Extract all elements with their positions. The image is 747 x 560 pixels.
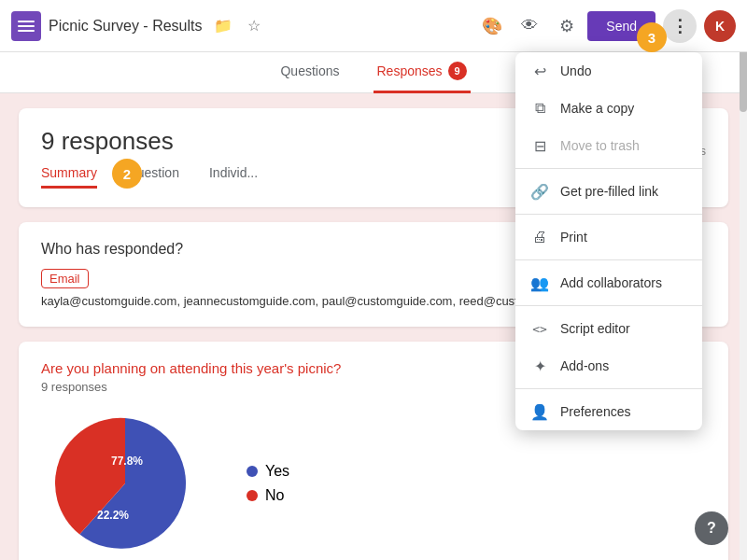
email-label: Email xyxy=(41,269,89,288)
menu-divider-4 xyxy=(515,305,702,306)
legend-no-dot xyxy=(247,490,258,501)
app-icon xyxy=(11,11,41,41)
app-icon-line2 xyxy=(18,25,35,27)
star-icon[interactable]: ☆ xyxy=(244,13,264,38)
legend-no-label: No xyxy=(265,487,284,504)
menu-divider-5 xyxy=(515,388,702,389)
menu-label-prefill: Get pre-filled link xyxy=(560,184,658,199)
settings-icon-btn[interactable]: ⚙ xyxy=(550,9,584,43)
section-tab-individual[interactable]: Individ... xyxy=(209,165,258,189)
pie-container: 77.8% 22.2% Yes No xyxy=(41,409,706,558)
menu-item-script[interactable]: <> Script editor xyxy=(515,310,702,347)
menu-label-script: Script editor xyxy=(560,321,630,336)
more-button[interactable]: ⋮ xyxy=(663,9,697,43)
header-icons: 🎨 👁 ⚙ Send ⋮ K xyxy=(475,9,736,43)
section-tab-summary[interactable]: Summary xyxy=(41,165,97,189)
doc-title: Picnic Survey - Results xyxy=(49,18,203,35)
trash-icon: ⊟ xyxy=(530,136,549,155)
header-left: Picnic Survey - Results 📁 ☆ xyxy=(11,11,475,41)
folder-icon[interactable]: 📁 xyxy=(210,13,236,38)
menu-item-addons[interactable]: ✦ Add-ons xyxy=(515,347,702,385)
collaborators-icon: 👥 xyxy=(530,273,549,292)
addons-icon: ✦ xyxy=(530,357,549,375)
badge-3: 3 xyxy=(637,22,667,52)
legend-yes-dot xyxy=(247,466,258,477)
help-button[interactable]: ? xyxy=(695,511,728,545)
menu-label-undo: Undo xyxy=(560,63,591,78)
menu-item-copy[interactable]: ⧉ Make a copy xyxy=(515,90,702,127)
menu-item-prefill[interactable]: 🔗 Get pre-filled link xyxy=(515,173,702,210)
pie-legend: Yes No xyxy=(247,463,289,504)
undo-icon: ↩ xyxy=(530,62,549,80)
scrollbar[interactable] xyxy=(740,0,747,560)
menu-divider-2 xyxy=(515,214,702,215)
responses-badge: 9 xyxy=(448,62,467,80)
dropdown-menu: ↩ Undo ⧉ Make a copy ⊟ Move to trash 🔗 G… xyxy=(515,52,702,430)
menu-label-print: Print xyxy=(560,230,587,245)
script-icon: <> xyxy=(530,319,549,338)
menu-item-collaborators[interactable]: 👥 Add collaborators xyxy=(515,264,702,301)
pie-chart-svg: 77.8% 22.2% xyxy=(41,409,209,558)
print-icon: 🖨 xyxy=(530,228,549,246)
menu-divider-3 xyxy=(515,259,702,260)
menu-item-preferences[interactable]: 👤 Preferences xyxy=(515,393,702,430)
preferences-icon: 👤 xyxy=(530,402,549,421)
palette-icon-btn[interactable]: 🎨 xyxy=(475,9,509,43)
badge-2: 2 xyxy=(112,159,142,189)
menu-label-trash: Move to trash xyxy=(560,138,640,153)
menu-label-copy: Make a copy xyxy=(560,101,634,116)
app-icon-line1 xyxy=(18,21,35,22)
menu-item-undo[interactable]: ↩ Undo xyxy=(515,52,702,90)
menu-item-print[interactable]: 🖨 Print xyxy=(515,218,702,256)
app-icon-line3 xyxy=(18,30,35,32)
pie-label-no: 22.2% xyxy=(97,509,129,522)
copy-icon: ⧉ xyxy=(530,99,549,118)
header: Picnic Survey - Results 📁 ☆ 🎨 👁 ⚙ Send ⋮… xyxy=(0,0,747,52)
menu-divider-1 xyxy=(515,168,702,169)
menu-label-preferences: Preferences xyxy=(560,404,630,419)
tab-responses[interactable]: Responses 9 xyxy=(374,52,471,93)
menu-label-addons: Add-ons xyxy=(560,358,609,373)
menu-item-trash: ⊟ Move to trash xyxy=(515,127,702,164)
avatar: K xyxy=(704,10,736,42)
preview-icon-btn[interactable]: 👁 xyxy=(513,9,546,43)
legend-yes-label: Yes xyxy=(265,463,289,480)
link-icon: 🔗 xyxy=(530,182,549,201)
pie-label-yes: 77.8% xyxy=(111,455,143,468)
menu-label-collaborators: Add collaborators xyxy=(560,275,662,290)
tab-questions[interactable]: Questions xyxy=(276,52,343,93)
